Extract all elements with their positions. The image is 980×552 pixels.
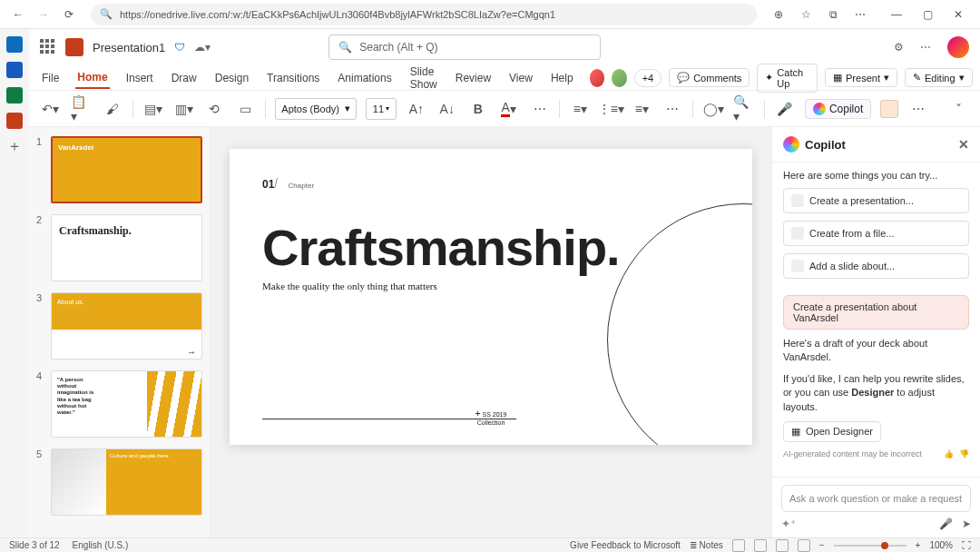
- send-icon[interactable]: ➤: [962, 518, 971, 530]
- align-button[interactable]: ≡▾: [631, 98, 652, 120]
- thumbs-down-icon[interactable]: 👎: [959, 449, 969, 458]
- thumbs-up-icon[interactable]: 👍: [944, 449, 954, 458]
- prompt-sparkle-icon[interactable]: ✦⁺: [781, 518, 796, 530]
- reading-view-icon[interactable]: [776, 539, 789, 552]
- slideshow-view-icon[interactable]: [798, 539, 810, 552]
- format-painter-button[interactable]: 🖌: [102, 98, 123, 120]
- document-title[interactable]: Presentation1: [93, 41, 165, 54]
- zoom-level[interactable]: 100%: [929, 540, 953, 550]
- menu-insert[interactable]: Insert: [124, 68, 155, 88]
- minimize-button[interactable]: —: [882, 4, 911, 25]
- presence-avatar-2[interactable]: [612, 69, 627, 87]
- new-slide-button[interactable]: ▤▾: [142, 98, 164, 120]
- collapse-ribbon-button[interactable]: ˅: [947, 98, 969, 120]
- suggestion-create-from-file[interactable]: Create from a file...: [783, 221, 969, 246]
- close-icon[interactable]: ✕: [958, 137, 969, 152]
- back-button[interactable]: ←: [7, 4, 29, 25]
- decrease-font-button[interactable]: A↓: [436, 98, 458, 120]
- forward-button[interactable]: →: [33, 4, 54, 25]
- slide-canvas-area[interactable]: 01/ Chapter Craftsmanship. Make the qual…: [211, 127, 771, 537]
- menu-review[interactable]: Review: [454, 68, 493, 88]
- menu-draw[interactable]: Draw: [170, 68, 199, 88]
- slide-thumb-2[interactable]: Craftsmanship.: [51, 214, 202, 281]
- reset-button[interactable]: ⟲: [204, 98, 226, 120]
- suggestion-create-presentation[interactable]: Create a presentation...: [783, 188, 969, 213]
- settings-gear-icon[interactable]: ⚙: [894, 41, 904, 54]
- maximize-button[interactable]: ▢: [913, 4, 942, 25]
- copilot-body[interactable]: Here are some things you can try... Crea…: [772, 163, 980, 477]
- sorter-view-icon[interactable]: [754, 539, 767, 552]
- user-avatar[interactable]: [947, 36, 969, 58]
- fit-to-window-icon[interactable]: ⛶: [962, 540, 971, 550]
- paste-button[interactable]: 📋▾: [71, 98, 93, 120]
- feedback-link[interactable]: Give Feedback to Microsoft: [570, 540, 681, 550]
- ribbon-more-button[interactable]: ⋯: [907, 98, 929, 120]
- language-indicator[interactable]: English (U.S.): [73, 540, 129, 550]
- undo-button[interactable]: ↶▾: [40, 98, 62, 120]
- font-family-select[interactable]: Aptos (Body)▾: [275, 98, 357, 120]
- search-box[interactable]: 🔍 Search (Alt + Q): [328, 34, 601, 60]
- privacy-shield-icon[interactable]: 🛡: [174, 41, 185, 54]
- menu-file[interactable]: File: [40, 68, 61, 88]
- comments-button[interactable]: 💬Comments: [669, 68, 750, 87]
- url-bar[interactable]: 🔍 https://onedrive.live.com/:w:/t/EaCKkP…: [91, 4, 757, 25]
- normal-view-icon[interactable]: [732, 539, 745, 552]
- menu-slideshow[interactable]: Slide Show: [408, 62, 439, 94]
- cloud-sync-icon[interactable]: ☁▾: [194, 41, 211, 54]
- presence-more[interactable]: +4: [634, 69, 662, 87]
- slide-thumb-3[interactable]: About us.: [51, 292, 202, 360]
- rail-add-icon[interactable]: ＋: [6, 138, 23, 154]
- zoom-slider[interactable]: [834, 545, 906, 547]
- presence-avatar-1[interactable]: [590, 69, 605, 87]
- slide-thumbnails[interactable]: 1 VanArsdel 2 Craftsmanship. 3 About us.…: [29, 127, 211, 537]
- copilot-ribbon-button[interactable]: Copilot: [805, 99, 871, 119]
- find-button[interactable]: 🔍▾: [733, 98, 755, 120]
- read-aloud-icon[interactable]: ⊕: [768, 4, 789, 25]
- current-slide[interactable]: 01/ Chapter Craftsmanship. Make the qual…: [230, 149, 752, 445]
- catch-up-button[interactable]: ✦Catch Up: [757, 64, 818, 93]
- font-color-button[interactable]: A▾: [498, 98, 520, 120]
- paragraph-more-button[interactable]: ⋯: [662, 98, 683, 120]
- layout-button[interactable]: ▥▾: [173, 98, 195, 120]
- browser-more-icon[interactable]: ⋯: [849, 4, 871, 25]
- font-size-select[interactable]: 11▾: [366, 98, 397, 120]
- menu-transitions[interactable]: Transitions: [265, 68, 321, 88]
- bullets-button[interactable]: ≡▾: [569, 98, 591, 120]
- refresh-button[interactable]: ⟳: [58, 4, 80, 25]
- rail-outlook-icon[interactable]: [6, 36, 23, 53]
- dictate-button[interactable]: 🎤: [774, 98, 796, 120]
- menu-design[interactable]: Design: [213, 68, 250, 88]
- slide-thumb-5[interactable]: Culture and people here.: [51, 448, 202, 516]
- zoom-out-icon[interactable]: −: [819, 540, 825, 550]
- designer-button[interactable]: [880, 100, 898, 118]
- close-button[interactable]: ✕: [944, 4, 973, 25]
- open-designer-button[interactable]: ▦ Open Designer: [783, 421, 881, 442]
- slide-thumb-1[interactable]: VanArsdel: [51, 136, 202, 203]
- slide-thumb-4[interactable]: "A person without imagination is like a …: [51, 370, 202, 438]
- more-options-icon[interactable]: ⋯: [920, 41, 931, 54]
- favorite-icon[interactable]: ☆: [795, 4, 817, 25]
- numbering-button[interactable]: ⋮≡▾: [600, 98, 622, 120]
- present-button[interactable]: ▦Present▾: [825, 68, 897, 87]
- copilot-input[interactable]: Ask a work question or make a request: [781, 485, 971, 512]
- notes-toggle[interactable]: ≣ Notes: [690, 540, 723, 550]
- menu-home[interactable]: Home: [75, 67, 109, 89]
- editing-mode-button[interactable]: ✎Editing▾: [905, 68, 973, 87]
- bold-button[interactable]: B: [467, 98, 489, 120]
- microphone-icon[interactable]: 🎤: [939, 518, 953, 530]
- rail-word-icon[interactable]: [6, 62, 23, 78]
- font-more-button[interactable]: ⋯: [529, 98, 551, 120]
- collections-icon[interactable]: ⧉: [822, 4, 844, 25]
- rail-excel-icon[interactable]: [6, 87, 23, 104]
- slide-counter[interactable]: Slide 3 of 12: [9, 540, 60, 550]
- zoom-in-icon[interactable]: +: [916, 540, 921, 550]
- rail-powerpoint-icon[interactable]: [6, 113, 23, 129]
- app-launcher-icon[interactable]: [40, 39, 56, 55]
- menu-view[interactable]: View: [507, 68, 534, 88]
- shapes-button[interactable]: ◯▾: [702, 98, 724, 120]
- increase-font-button[interactable]: A↑: [406, 98, 427, 120]
- section-button[interactable]: ▭: [234, 98, 256, 120]
- menu-help[interactable]: Help: [549, 68, 575, 88]
- suggestion-add-slide[interactable]: Add a slide about...: [783, 253, 969, 279]
- menu-animations[interactable]: Animations: [336, 68, 393, 88]
